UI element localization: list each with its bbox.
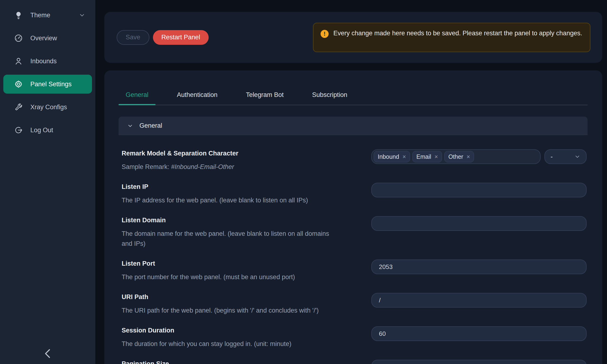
tag-inbound: Inbound× bbox=[374, 151, 410, 162]
field-info: Listen DomainThe domain name for the web… bbox=[122, 216, 371, 248]
collapse-title: General bbox=[139, 122, 162, 130]
wrench-icon bbox=[14, 103, 23, 111]
general-form: Remark Model & Separation CharacterSampl… bbox=[119, 135, 588, 364]
tab-telegram-bot[interactable]: Telegram Bot bbox=[239, 91, 291, 105]
field-control bbox=[371, 293, 587, 308]
field-description: Sample Remark: #Inbound-Email-Other bbox=[122, 162, 335, 172]
tab-subscription[interactable]: Subscription bbox=[305, 91, 355, 105]
sidebar-item-label: Log Out bbox=[30, 127, 53, 134]
field-label: Listen Domain bbox=[122, 216, 362, 224]
field-label: URI Path bbox=[122, 293, 362, 301]
sidebar-item-label: Inbounds bbox=[30, 58, 57, 65]
field-control: Inbound×Email×Other×- bbox=[371, 149, 587, 164]
field-info: Pagination Size bbox=[122, 360, 371, 364]
tag-label: Email bbox=[416, 153, 431, 160]
tag-remove-icon[interactable]: × bbox=[402, 154, 406, 160]
field-info: Remark Model & Separation CharacterSampl… bbox=[122, 149, 371, 172]
field-info: Listen PortThe port number for the web p… bbox=[122, 260, 371, 282]
form-row-listen-ip: Listen IPThe IP address for the web pane… bbox=[122, 183, 587, 205]
general-collapse: General Remark Model & Separation Charac… bbox=[119, 117, 588, 364]
field-info: URI PathThe URI path for the web panel. … bbox=[122, 293, 371, 315]
restart-panel-button[interactable]: Restart Panel bbox=[153, 30, 209, 45]
listen-domain-input[interactable] bbox=[371, 216, 587, 231]
sidebar-collapse-button[interactable] bbox=[40, 347, 55, 361]
field-description: The domain name for the web panel. (leav… bbox=[122, 229, 335, 248]
form-row-remark-model-separation-character: Remark Model & Separation CharacterSampl… bbox=[122, 149, 587, 172]
settings-card: GeneralAuthenticationTelegram BotSubscri… bbox=[104, 70, 602, 364]
field-control bbox=[371, 326, 587, 341]
user-icon bbox=[14, 57, 23, 65]
form-row-session-duration: Session DurationThe duration for which y… bbox=[122, 326, 587, 349]
tag-other: Other× bbox=[444, 151, 474, 162]
tab-authentication[interactable]: Authentication bbox=[170, 91, 224, 105]
tag-label: Other bbox=[448, 153, 463, 160]
field-control bbox=[371, 183, 587, 197]
sidebar: ThemeOverviewInboundsPanel SettingsXray … bbox=[0, 0, 95, 364]
form-row-uri-path: URI PathThe URI path for the web panel. … bbox=[122, 293, 587, 315]
toolbar-buttons: Save Restart Panel bbox=[117, 30, 209, 45]
field-label: Session Duration bbox=[122, 326, 362, 335]
sample-remark-value: #Inbound-Email-Other bbox=[171, 163, 234, 170]
form-row-listen-port: Listen PortThe port number for the web p… bbox=[122, 260, 587, 282]
sidebar-item-label: Panel Settings bbox=[30, 80, 72, 88]
main-content: Save Restart Panel ! Every change made h… bbox=[95, 0, 607, 364]
field-description: The port number for the web panel. (must… bbox=[122, 272, 335, 282]
chevron-down-icon bbox=[574, 154, 581, 160]
sidebar-item-xray-configs[interactable]: Xray Configs bbox=[3, 98, 92, 117]
field-description: The URI path for the web panel. (begins … bbox=[122, 305, 335, 315]
bulb-icon bbox=[14, 11, 23, 19]
session-duration-input[interactable] bbox=[371, 326, 587, 341]
tag-label: Inbound bbox=[378, 153, 399, 160]
form-row-pagination-size: Pagination Size bbox=[122, 360, 587, 364]
tag-email: Email× bbox=[412, 151, 442, 162]
uri-path-input[interactable] bbox=[371, 293, 587, 308]
pagination-size-input[interactable] bbox=[371, 360, 587, 364]
sidebar-item-log-out[interactable]: Log Out bbox=[3, 121, 92, 140]
tag-remove-icon[interactable]: × bbox=[467, 154, 470, 160]
field-description: The IP address for the web panel. (leave… bbox=[122, 195, 335, 205]
sidebar-item-panel-settings[interactable]: Panel Settings bbox=[3, 75, 92, 94]
chevron-down-icon bbox=[79, 12, 85, 18]
field-info: Listen IPThe IP address for the web pane… bbox=[122, 183, 371, 205]
field-label: Pagination Size bbox=[122, 360, 362, 364]
field-info: Session DurationThe duration for which y… bbox=[122, 326, 371, 349]
toolbar-card: Save Restart Panel ! Every change made h… bbox=[104, 12, 602, 63]
separator-value: - bbox=[551, 153, 553, 160]
gear-icon bbox=[14, 80, 23, 88]
alert-text: Every change made here needs to be saved… bbox=[333, 28, 582, 39]
sidebar-item-inbounds[interactable]: Inbounds bbox=[3, 52, 92, 71]
separator-select[interactable]: - bbox=[544, 149, 587, 164]
field-label: Listen IP bbox=[122, 183, 362, 191]
tab-general[interactable]: General bbox=[119, 91, 156, 105]
form-row-listen-domain: Listen DomainThe domain name for the web… bbox=[122, 216, 587, 248]
sidebar-item-label: Xray Configs bbox=[30, 104, 67, 111]
sidebar-item-overview[interactable]: Overview bbox=[3, 29, 92, 48]
general-collapse-header[interactable]: General bbox=[119, 117, 588, 135]
warning-icon: ! bbox=[321, 30, 329, 38]
field-control bbox=[371, 260, 587, 274]
logout-icon bbox=[14, 126, 23, 134]
tabs-bar: GeneralAuthenticationTelegram BotSubscri… bbox=[119, 70, 588, 105]
sidebar-nav: ThemeOverviewInboundsPanel SettingsXray … bbox=[0, 6, 95, 143]
save-button[interactable]: Save bbox=[117, 30, 149, 45]
sidebar-item-label: Overview bbox=[30, 35, 57, 42]
sidebar-item-label: Theme bbox=[30, 12, 50, 19]
chevron-left-icon bbox=[40, 347, 55, 361]
tag-remove-icon[interactable]: × bbox=[435, 154, 438, 160]
field-control bbox=[371, 360, 587, 364]
field-control bbox=[371, 216, 587, 231]
dashboard-icon bbox=[14, 34, 23, 42]
chevron-down-icon bbox=[127, 123, 133, 129]
description-prefix: Sample Remark: bbox=[122, 163, 171, 170]
listen-ip-input[interactable] bbox=[371, 183, 587, 197]
remark-model-select[interactable]: Inbound×Email×Other× bbox=[371, 149, 541, 164]
field-description: The duration for which you can stay logg… bbox=[122, 339, 335, 349]
restart-warning-alert: ! Every change made here needs to be sav… bbox=[313, 23, 590, 52]
field-label: Remark Model & Separation Character bbox=[122, 149, 362, 157]
listen-port-input[interactable] bbox=[371, 260, 587, 274]
sidebar-item-theme[interactable]: Theme bbox=[3, 6, 92, 25]
field-label: Listen Port bbox=[122, 260, 362, 268]
